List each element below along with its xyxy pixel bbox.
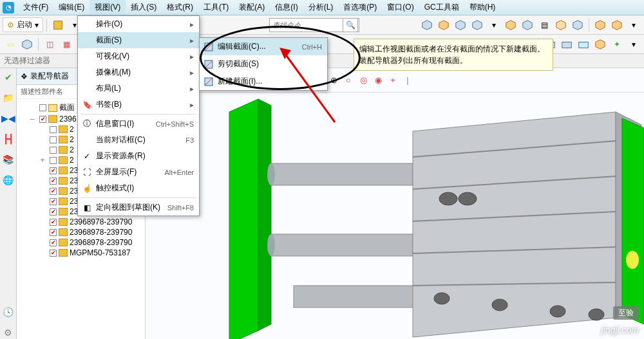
- checkbox[interactable]: [39, 104, 46, 111]
- expand-icon[interactable]: +: [37, 156, 48, 165]
- menu-item[interactable]: 🔖书签(B)▸: [78, 96, 199, 113]
- submenu-item[interactable]: 剪切截面(S): [200, 55, 327, 73]
- strip-nav-icon[interactable]: 📁: [2, 91, 15, 104]
- tb-cube3[interactable]: [453, 17, 468, 33]
- strip-check-icon[interactable]: ✔: [2, 71, 15, 84]
- menu-item[interactable]: ✓显示资源条(R): [78, 148, 199, 164]
- tb-cube5[interactable]: ▾: [486, 17, 502, 33]
- checkbox[interactable]: ✔: [39, 116, 46, 123]
- submenu-item[interactable]: 新建截面(I)...: [200, 73, 327, 90]
- menu-assembly[interactable]: 装配(A): [234, 0, 270, 15]
- tb2-sel2[interactable]: ▦: [59, 37, 74, 52]
- submenu-item[interactable]: 编辑截面(C)...Ctrl+H: [200, 38, 327, 55]
- svg-rect-21: [579, 42, 588, 48]
- checkbox[interactable]: ✔: [50, 208, 57, 215]
- checkbox[interactable]: ✔: [50, 219, 57, 226]
- menu-format[interactable]: 格式(R): [162, 0, 198, 15]
- tb2-dd[interactable]: ▾: [626, 37, 641, 52]
- nav-toggle-icon[interactable]: ❖: [21, 72, 28, 81]
- menubar: ◔ 文件(F) 编辑(E) 视图(V) 插入(S) 格式(R) 工具(T) 装配…: [0, 0, 644, 15]
- checkbox[interactable]: ✔: [50, 178, 57, 185]
- menu-help[interactable]: 帮助(H): [464, 0, 501, 15]
- checkbox[interactable]: ✔: [50, 250, 57, 257]
- strip-bar-icon[interactable]: ┣┫: [2, 133, 15, 145]
- checkbox[interactable]: [50, 126, 57, 133]
- vp-target-icon[interactable]: ⊕: [327, 74, 340, 87]
- tb2-sel1[interactable]: ◫: [42, 37, 57, 52]
- menu-item[interactable]: 当前对话框(C)F3: [78, 132, 199, 148]
- tb-cube4[interactable]: [469, 17, 485, 33]
- 3d-canvas[interactable]: [146, 93, 644, 339]
- menu-item-label: 定向视图到草图(K): [96, 202, 160, 213]
- tb-cube11[interactable]: [609, 17, 625, 33]
- tb-cube12[interactable]: ▾: [626, 17, 641, 33]
- tb2-star[interactable]: ✦: [609, 37, 625, 52]
- vp-circ2-icon[interactable]: ◎: [357, 74, 370, 87]
- submenu-label: 新建截面(I)...: [218, 76, 262, 87]
- tb-cube8[interactable]: [553, 17, 569, 33]
- tb2-cubes[interactable]: [592, 37, 608, 52]
- menu-item[interactable]: ⛶全屏显示(F)Alt+Enter: [78, 164, 199, 180]
- svg-marker-24: [258, 99, 271, 331]
- tb-layers[interactable]: ▤: [536, 17, 552, 33]
- menu-insert[interactable]: 插入(S): [126, 0, 162, 15]
- strip-books-icon[interactable]: 📚: [2, 153, 15, 166]
- menu-item[interactable]: 截面(S)▸: [78, 32, 199, 48]
- menu-analysis[interactable]: 分析(L): [303, 0, 339, 15]
- menu-prefs[interactable]: 首选项(P): [338, 0, 382, 15]
- checkbox[interactable]: ✔: [50, 198, 57, 205]
- launch-button[interactable]: ⚙ 启动 ▾: [3, 17, 43, 32]
- menu-view[interactable]: 视图(V): [90, 0, 126, 15]
- menu-gctoolbox[interactable]: GC工具箱: [419, 0, 464, 15]
- tb2-rect[interactable]: ▭: [3, 37, 18, 52]
- menu-item[interactable]: ⓘ信息窗口(I)Ctrl+Shift+S: [78, 116, 199, 132]
- tb-cube2[interactable]: [436, 17, 451, 33]
- tree-row[interactable]: ✔23968978-239790: [18, 237, 144, 248]
- vp-plus-icon[interactable]: +: [386, 74, 399, 87]
- checkbox[interactable]: ✔: [50, 229, 57, 236]
- menu-file[interactable]: 文件(F): [18, 0, 53, 15]
- tree-label: MGPM50-753187: [70, 248, 131, 257]
- tb-cube7[interactable]: [520, 17, 535, 33]
- svg-rect-27: [271, 234, 413, 256]
- tb2-r8[interactable]: [559, 37, 574, 52]
- tb-cube9[interactable]: [570, 17, 585, 33]
- tb2-cube[interactable]: [19, 37, 35, 52]
- strip-settings-icon[interactable]: ⚙: [2, 326, 15, 339]
- checkbox[interactable]: [50, 157, 57, 164]
- svg-point-44: [626, 251, 639, 269]
- checkbox[interactable]: ✔: [50, 167, 57, 174]
- menu-info[interactable]: 信息(I): [270, 0, 303, 15]
- menu-item[interactable]: ◧定向视图到草图(K)Shift+F8: [78, 199, 199, 215]
- tb-cube6[interactable]: [503, 17, 518, 33]
- strip-marker-icon[interactable]: ▶◀: [2, 112, 15, 125]
- checkbox[interactable]: ✔: [50, 239, 57, 246]
- menu-item[interactable]: 布局(L)▸: [78, 80, 199, 96]
- strip-clock-icon[interactable]: 🕓: [2, 306, 15, 318]
- checkbox[interactable]: ✔: [50, 188, 57, 195]
- checkbox[interactable]: [50, 136, 57, 143]
- menu-item[interactable]: 摄像机(M)▸: [78, 64, 199, 80]
- tree-row[interactable]: ✔MGPM50-753187: [18, 248, 144, 258]
- tb2-r9[interactable]: [576, 37, 591, 52]
- menu-item[interactable]: 操作(O)▸: [78, 16, 199, 32]
- tb-new[interactable]: [50, 17, 66, 33]
- strip-globe-icon[interactable]: 🌐: [2, 174, 15, 187]
- menu-edit[interactable]: 编辑(E): [53, 0, 90, 15]
- vp-circ3-icon[interactable]: ◉: [372, 74, 384, 87]
- tb-cube1[interactable]: [419, 17, 435, 33]
- tooltip: 编辑工作视图截面或者在没有截面的情况下新建截面。装配导航器列出所有现有截面。: [354, 39, 553, 71]
- tree-row[interactable]: ✔23968978-239790: [18, 217, 144, 227]
- menu-item[interactable]: 可视化(V)▸: [78, 48, 199, 64]
- vp-vline-icon[interactable]: |: [401, 74, 414, 87]
- svg-marker-43: [622, 118, 644, 324]
- checkbox[interactable]: [50, 147, 57, 154]
- expand-icon[interactable]: –: [27, 115, 37, 124]
- menu-item[interactable]: ☝触控模式(I): [78, 180, 199, 196]
- tb-cube10[interactable]: [592, 17, 608, 33]
- vp-circ1-icon[interactable]: ○: [342, 74, 355, 87]
- menu-window[interactable]: 窗口(O): [382, 0, 419, 15]
- tree-row[interactable]: ✔23968978-239790: [18, 227, 144, 237]
- menu-tools[interactable]: 工具(T): [198, 0, 234, 15]
- search-go-button[interactable]: 🔍: [343, 18, 358, 32]
